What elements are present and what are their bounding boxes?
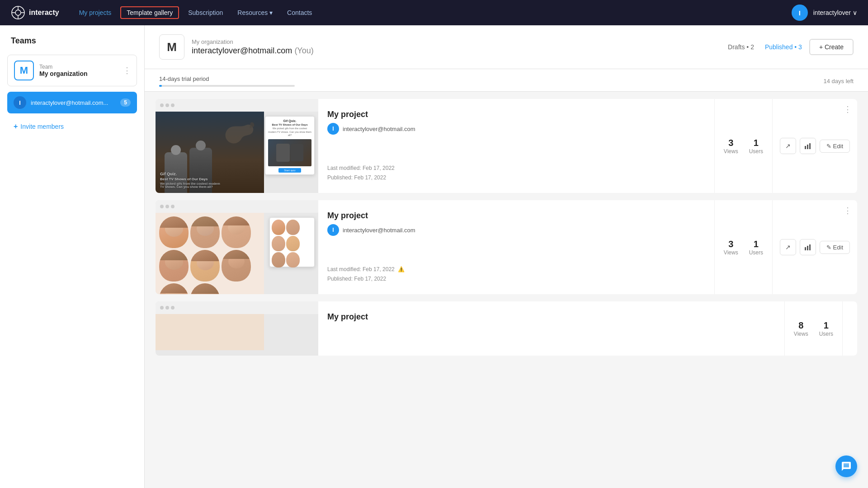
user-email-sidebar: interactylover@hotmail.com... — [31, 99, 116, 106]
user-count-badge: 5 — [120, 99, 131, 107]
thumb-dot-1 — [160, 103, 164, 107]
team-label: Team — [39, 64, 130, 70]
project-info-1: My project I interactylover@hotmail.com … — [318, 99, 714, 193]
org-header: M My organization interactylover@hotmail… — [145, 25, 868, 69]
project-owner-2: I interactylover@hotmail.com — [327, 224, 705, 236]
views-stat-2: 3 Views — [724, 239, 738, 256]
thumb-overlay-card: Gif Quiz. Best TV Shows of Our Days We p… — [265, 116, 315, 175]
sticker-7 — [159, 283, 189, 294]
svg-rect-9 — [805, 247, 806, 250]
stats-button-1[interactable] — [800, 138, 816, 154]
thumb-content-3 — [156, 314, 264, 350]
sidebar: Teams M Team My organization ⋮ I interac… — [0, 25, 145, 488]
nav-my-projects[interactable]: My projects — [74, 6, 117, 19]
sticker-main — [156, 213, 264, 294]
projects-area: Gif Quiz. Best TV Shows of Our Days We p… — [145, 92, 868, 363]
users-stat-1: 1 Users — [749, 138, 763, 155]
team-more-icon[interactable]: ⋮ — [123, 66, 131, 75]
create-button[interactable]: + Create — [809, 39, 854, 55]
main-content: M My organization interactylover@hotmail… — [145, 25, 868, 488]
org-stats: Drafts • 2 Published • 3 — [728, 43, 802, 51]
thumb-dot-3-2 — [165, 306, 169, 310]
trial-text: 14-days trial period — [159, 75, 295, 82]
logo[interactable]: interacty — [11, 5, 59, 20]
nav-template-gallery[interactable]: Template gallery — [120, 6, 179, 19]
org-avatar: M — [159, 34, 184, 60]
stats-button-2[interactable] — [800, 239, 816, 255]
project-title-1: My project — [327, 110, 705, 119]
owner-avatar-2: I — [327, 224, 339, 236]
svg-rect-10 — [807, 246, 808, 250]
project-info-2: My project I interactylover@hotmail.com … — [318, 200, 714, 294]
nav-links: My projects Template gallery Subscriptio… — [74, 6, 777, 19]
user-avatar-sidebar: I — [14, 96, 26, 109]
drafts-stat: Drafts • 2 — [728, 43, 754, 51]
edit-button-2[interactable]: ✎ Edit — [820, 241, 850, 254]
project-info-3: My project — [318, 301, 784, 356]
nav-subscription[interactable]: Subscription — [183, 6, 228, 19]
card-more-menu-2[interactable]: ⋮ — [844, 206, 852, 216]
owner-email-1: interactylover@hotmail.com — [343, 126, 415, 132]
plus-icon: + — [14, 122, 18, 131]
thumb-dot-2-1 — [160, 205, 164, 208]
thumb-dot-2-2 — [165, 205, 169, 208]
org-info: My organization interactylover@hotmail.c… — [192, 38, 721, 56]
thumb-main-text: Gif Quiz. Best TV Shows of Our Days We p… — [160, 172, 223, 188]
user-avatar-nav: I — [792, 5, 808, 21]
sticker-6 — [222, 250, 251, 282]
nav-contacts[interactable]: Contacts — [282, 6, 317, 19]
thumb-content: Gif Quiz. Best TV Shows of Our Days We p… — [156, 112, 318, 193]
thumb-bar-2 — [156, 200, 318, 213]
published-link[interactable]: Published • 3 — [765, 43, 802, 51]
edit-button-1[interactable]: ✎ Edit — [820, 140, 850, 153]
user-item[interactable]: I interactylover@hotmail.com... 5 — [7, 92, 137, 113]
published-stat[interactable]: Published • 3 — [765, 43, 802, 51]
navbar: interacty My projects Template gallery S… — [0, 0, 868, 25]
svg-rect-6 — [805, 146, 806, 149]
card-more-menu-1[interactable]: ⋮ — [844, 104, 852, 114]
stats-icon-2 — [804, 244, 811, 251]
project-dates-2: Last modified: Feb 17, 2022 ⚠️ Published… — [327, 265, 705, 283]
thumb-dot-3-3 — [171, 306, 175, 310]
project-thumbnail-1: Gif Quiz. Best TV Shows of Our Days We p… — [156, 99, 318, 193]
sticker-8 — [190, 283, 220, 294]
svg-rect-7 — [807, 145, 808, 149]
sticker-1 — [159, 216, 189, 248]
views-stat-1: 3 Views — [724, 138, 738, 155]
nav-resources[interactable]: Resources — [232, 6, 278, 19]
invite-label: Invite members — [20, 123, 64, 130]
users-stat-3: 1 Users — [819, 320, 833, 337]
thumb-dots — [160, 103, 175, 107]
overlay-mini-image — [268, 139, 311, 166]
thumb-bar-3 — [156, 301, 318, 314]
thumb-dot-3 — [171, 103, 175, 107]
team-item[interactable]: M Team My organization ⋮ — [7, 55, 137, 86]
team-avatar: M — [14, 61, 34, 80]
trial-info: 14-days trial period — [159, 75, 295, 87]
project-thumbnail-2 — [156, 200, 318, 294]
sticker-2 — [190, 216, 220, 248]
invite-members-link[interactable]: + Invite members — [7, 119, 137, 134]
thumb-dots-3 — [160, 306, 175, 310]
thumb-bar — [156, 99, 318, 112]
project-title-2: My project — [327, 211, 705, 221]
org-email: interactylover@hotmail.com (You) — [192, 46, 721, 56]
stats-icon-1 — [804, 142, 811, 150]
thumb-dot-3-1 — [160, 306, 164, 310]
logo-icon — [11, 5, 25, 20]
chat-bubble[interactable] — [835, 455, 857, 477]
external-link-button-2[interactable]: ↗ — [780, 239, 796, 255]
external-link-button-1[interactable]: ↗ — [780, 138, 796, 154]
user-name-button[interactable]: interactylover ∨ — [813, 9, 857, 16]
users-stat-2: 1 Users — [749, 239, 763, 256]
svg-point-1 — [15, 10, 21, 15]
project-stats-2: 3 Views 1 Users — [714, 200, 772, 294]
warning-icon-2: ⚠️ — [398, 266, 405, 272]
trial-progress-bar — [159, 85, 295, 87]
sidebar-title: Teams — [7, 36, 137, 46]
warrior-bg: Gif Quiz. Best TV Shows of Our Days We p… — [156, 112, 264, 193]
dragon-silhouette — [219, 121, 255, 148]
logo-text: interacty — [29, 9, 59, 17]
thumb-dots-2 — [160, 205, 175, 208]
team-info: Team My organization — [39, 64, 130, 77]
